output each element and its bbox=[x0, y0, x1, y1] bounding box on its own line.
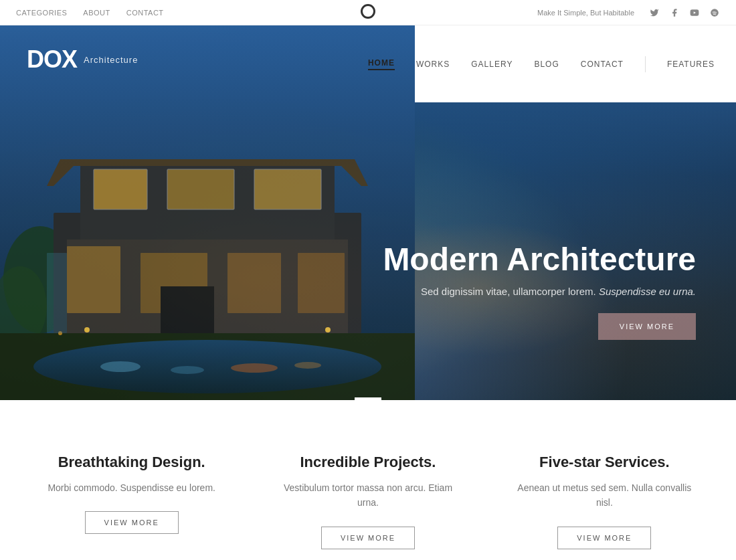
nav-works[interactable]: WORKS bbox=[416, 60, 450, 69]
feature-item-1: Incredible Projects. Vestibulum tortor m… bbox=[263, 440, 472, 560]
topbar-link-contact[interactable]: CONTACT bbox=[126, 9, 164, 17]
svg-rect-17 bbox=[298, 253, 345, 313]
svg-rect-8 bbox=[94, 169, 147, 209]
features-section: Breathtaking Design. Morbi commodo. Susp… bbox=[0, 400, 736, 560]
svg-rect-10 bbox=[254, 169, 321, 209]
top-bar-right: Make It Simple, But Habitable bbox=[537, 7, 720, 18]
feature-title-2: Five-star Services. bbox=[513, 454, 696, 471]
top-bar: CATEGORIES ABOUT CONTACT Make It Simple,… bbox=[0, 0, 736, 25]
top-bar-center-logo bbox=[361, 4, 375, 21]
svg-point-26 bbox=[325, 327, 331, 333]
feature-btn-2[interactable]: VIEW MORE bbox=[557, 527, 651, 549]
nav-features[interactable]: FEATURES bbox=[667, 60, 715, 69]
hero-section: DOX Architecture HOME WORKS GALLERY BLOG… bbox=[0, 25, 736, 400]
svg-point-20 bbox=[33, 340, 381, 393]
youtube-icon[interactable] bbox=[689, 7, 700, 18]
svg-point-23 bbox=[231, 363, 278, 373]
facebook-icon[interactable] bbox=[669, 7, 680, 18]
nav-panel: HOME WORKS GALLERY BLOG CONTACT FEATURES bbox=[415, 25, 736, 102]
svg-point-21 bbox=[100, 361, 141, 372]
hero-content: Modern Architecture Sed dignissim vitae,… bbox=[383, 242, 696, 340]
svg-point-22 bbox=[171, 366, 204, 374]
svg-rect-16 bbox=[227, 253, 281, 313]
features-grid: Breathtaking Design. Morbi commodo. Susp… bbox=[27, 440, 709, 560]
feature-desc-0: Morbi commodo. Suspendisse eu lorem. bbox=[40, 480, 223, 495]
main-nav: HOME WORKS GALLERY BLOG CONTACT FEATURES bbox=[368, 56, 715, 72]
feature-desc-2: Aenean ut metus sed sem. Nulla convallis… bbox=[513, 480, 696, 510]
feature-item-2: Five-star Services. Aenean ut metus sed … bbox=[500, 440, 709, 560]
spotify-icon[interactable] bbox=[709, 7, 720, 18]
nav-contact[interactable]: CONTACT bbox=[581, 60, 624, 69]
feature-title-1: Incredible Projects. bbox=[276, 454, 459, 471]
logo-text: DOX bbox=[27, 45, 77, 74]
svg-rect-9 bbox=[167, 169, 234, 209]
hero-cta-button[interactable]: VIEW MORE bbox=[598, 313, 696, 340]
top-bar-links: CATEGORIES ABOUT CONTACT bbox=[16, 9, 164, 17]
feature-title-0: Breathtaking Design. bbox=[40, 454, 223, 471]
hero-logo: DOX Architecture bbox=[27, 45, 138, 74]
svg-rect-28 bbox=[47, 253, 67, 333]
svg-point-24 bbox=[294, 362, 321, 369]
svg-point-25 bbox=[84, 327, 90, 333]
nav-divider bbox=[645, 56, 646, 72]
twitter-icon[interactable] bbox=[649, 7, 660, 18]
svg-rect-14 bbox=[67, 246, 120, 313]
circle-icon bbox=[361, 4, 375, 19]
svg-rect-18 bbox=[161, 286, 214, 333]
svg-point-1 bbox=[711, 9, 719, 17]
feature-btn-1[interactable]: VIEW MORE bbox=[321, 527, 415, 549]
feature-item-0: Breathtaking Design. Morbi commodo. Susp… bbox=[27, 440, 236, 560]
house-illustration bbox=[0, 25, 415, 400]
feature-desc-1: Vestibulum tortor massa non arcu. Etiam … bbox=[276, 480, 459, 510]
slider-indicator bbox=[355, 397, 381, 400]
hero-subtitle: Sed dignissim vitae, ullamcorper lorem. … bbox=[383, 286, 696, 297]
tagline: Make It Simple, But Habitable bbox=[537, 9, 634, 17]
hero-title: Modern Architecture bbox=[383, 242, 696, 278]
nav-gallery[interactable]: GALLERY bbox=[471, 60, 513, 69]
feature-btn-0[interactable]: VIEW MORE bbox=[85, 511, 179, 534]
topbar-link-categories[interactable]: CATEGORIES bbox=[16, 9, 67, 17]
nav-blog[interactable]: BLOG bbox=[534, 60, 559, 69]
logo-subtitle: Architecture bbox=[84, 55, 138, 65]
nav-home[interactable]: HOME bbox=[368, 58, 395, 70]
topbar-link-about[interactable]: ABOUT bbox=[83, 9, 110, 17]
